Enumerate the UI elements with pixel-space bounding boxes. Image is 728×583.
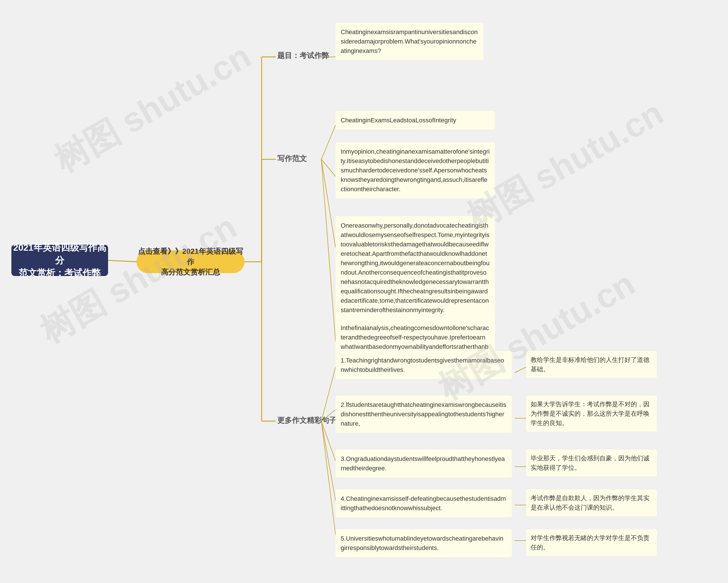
sentence-2: 2.lfstudentsaretaughtthatcheatinginexami… [336,396,512,433]
sentence-3: 3.Ongraduationdaystudentswillfeelproudth… [336,450,512,477]
branch-genduojuzi: 更多作文精彩句子 [277,415,336,425]
sentence-5: 5.Universitieswhotumablindeyetowardschea… [336,529,512,557]
branch-tizuo: 题目：考试作弊 [277,51,329,60]
svg-line-11 [321,159,336,248]
sentence-4: 4.Cheatinginexamsisself-defeatingbecause… [336,489,512,517]
svg-line-15 [321,421,336,461]
branch-fanwen: 写作范文 [277,154,307,163]
svg-line-16 [321,421,336,501]
trans-4: 考试作弊是自欺欺人，因为作弊的学生其实是在承认他不会这门课的知识。 [526,489,657,516]
svg-line-10 [321,159,336,176]
tizuo-content: Cheatinginexamsisrampantinuniversitiesan… [336,23,484,60]
trans-5: 对学生作弊视若无睹的大学对学生是不负责任的。 [526,529,657,556]
svg-line-13 [321,367,336,421]
svg-line-0 [108,260,136,262]
fanwen-p2: Onereasonwhy,personally,donotadvocateche… [336,216,495,319]
sentence-1: 1.Teachingrightandwrongtostudentsgivesth… [336,351,512,379]
svg-line-12 [321,159,336,341]
trans-2: 如果大学告诉学生：考试作弊是不对的，因为作弊是不诚实的，那么这所大学是在呼唤学生… [526,396,657,432]
trans-3: 毕业那天，学生们会感到自豪，因为他们诚实地获得了学位。 [526,450,657,476]
click-node[interactable]: 点击查看》》2021年英语四级写作 高分范文赏析汇总 [136,250,244,273]
central-node: 2021年英语四级写作高分 范文赏析：考试作弊 [11,245,108,276]
svg-line-9 [321,125,336,159]
watermark-1: 树图 shutu.cn [46,33,259,184]
fanwen-title: CheatinginExamsLeadstoaLossofIntegrity [336,111,495,129]
svg-line-18 [515,367,526,373]
svg-line-17 [321,421,336,535]
fanwen-p1: Inmyopinion,cheatinginanexamisamatterofo… [336,142,495,198]
trans-1: 教给学生是非标准给他们的人生打好了道德基础。 [526,351,657,378]
